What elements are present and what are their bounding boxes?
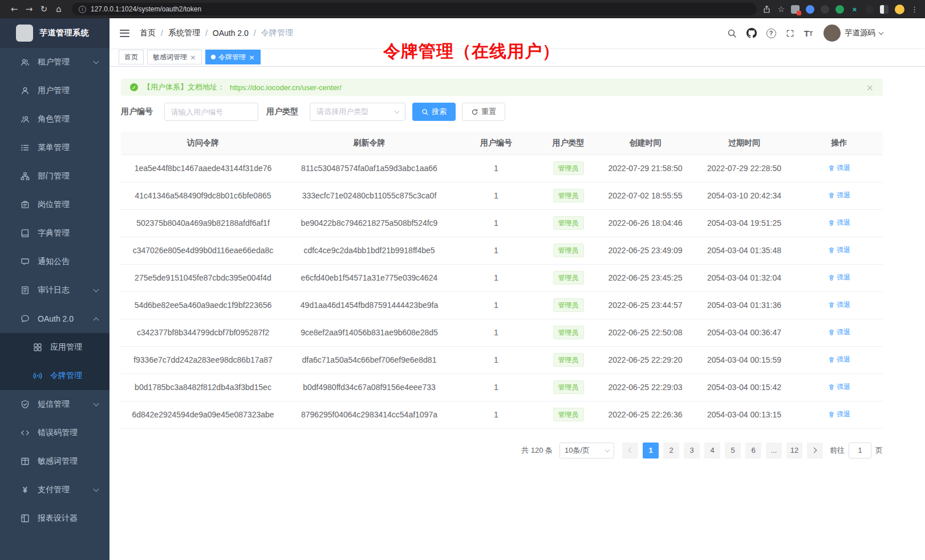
help-icon[interactable]: ? (766, 29, 776, 38)
search-icon[interactable] (727, 29, 737, 38)
force-logout-link[interactable]: 强退 (828, 409, 850, 419)
fullscreen-icon[interactable] (786, 29, 794, 38)
sidebar-item-sms[interactable]: 短信管理 (0, 390, 109, 419)
sidebar-item-report-designer[interactable]: 报表设计器 (0, 504, 109, 533)
extension-icon[interactable]: × (850, 5, 859, 14)
table-row: 1ea5e44f8bc1467aaede43144f31de76811c5304… (121, 155, 883, 182)
force-logout-link[interactable]: 强退 (828, 300, 850, 310)
force-logout-link[interactable]: 强退 (828, 327, 850, 337)
breadcrumb-item-home[interactable]: 首页 (140, 28, 156, 38)
force-logout-link[interactable]: 强退 (828, 218, 850, 228)
sidebar-item-role[interactable]: 角色管理 (0, 105, 109, 133)
app-logo[interactable]: 芋道管理系统 (0, 18, 109, 48)
reader-mode-icon[interactable] (880, 5, 889, 14)
sidebar-item-oauth[interactable]: OAuth 2.0 (0, 305, 109, 333)
search-button[interactable]: 搜索 (412, 103, 456, 121)
sidebar-item-pay[interactable]: ¥支付管理 (0, 476, 109, 504)
tab-token[interactable]: 令牌管理× (205, 50, 261, 64)
page-button-5[interactable]: 5 (725, 443, 741, 458)
col-expire-time: 过期时间 (693, 132, 796, 155)
user-type-badge: 管理员 (553, 244, 584, 257)
prev-page-button[interactable] (622, 443, 638, 458)
force-logout-link[interactable]: 强退 (828, 273, 850, 282)
sidebar-item-auditlog[interactable]: 审计日志 (0, 276, 109, 305)
main-area: 令牌管理（在线用户） 首页 / 系统管理 / OAuth 2.0 / 令牌管理 … (109, 18, 925, 560)
forward-button[interactable]: → (22, 4, 36, 14)
alert-link[interactable]: https://doc.iocoder.cn/user-center/ (230, 83, 342, 92)
sidebar-item-post[interactable]: 岗位管理 (0, 190, 109, 219)
alert-close-icon[interactable]: × (866, 82, 874, 93)
sidebar-item-oauth-app[interactable]: 应用管理 (0, 333, 109, 362)
tab-close-icon[interactable]: × (190, 54, 196, 61)
font-size-icon[interactable]: TT (804, 29, 813, 38)
share-icon[interactable] (762, 5, 771, 14)
extension-icon[interactable] (821, 5, 829, 14)
sidebar-item-tenant[interactable]: 租户管理 (0, 48, 109, 76)
sidebar-item-notice[interactable]: 通知公告 (0, 247, 109, 276)
extension-icon[interactable] (791, 5, 800, 14)
home-button[interactable]: ⌂ (51, 4, 66, 14)
goto-page-input[interactable] (849, 443, 871, 458)
user-type-badge: 管理员 (553, 189, 584, 202)
tab-close-icon[interactable]: × (249, 54, 255, 61)
cell-access-token: 54d6be82ee5a460a9aedc1f9bf223656 (121, 291, 285, 319)
next-page-button[interactable] (807, 443, 823, 458)
reload-button[interactable]: ↻ (36, 4, 51, 14)
url-bar[interactable]: i 127.0.0.1:1024/system/oauth2/token (72, 3, 757, 15)
sidebar-item-errcode[interactable]: 错误码管理 (0, 419, 109, 447)
cell-expire-time: 2054-03-10 20:42:34 (693, 182, 796, 209)
tab-home[interactable]: 首页 (119, 50, 144, 64)
info-icon[interactable]: i (79, 6, 86, 13)
page-size-select[interactable]: 10条/页 (559, 443, 614, 458)
reset-button[interactable]: 重置 (462, 103, 505, 121)
col-user-id: 用户编号 (453, 132, 539, 155)
sidebar-item-sensitive-word[interactable]: 敏感词管理 (0, 447, 109, 476)
sidebar-item-dept[interactable]: 部门管理 (0, 162, 109, 190)
breadcrumb-item-oauth[interactable]: OAuth 2.0 (213, 29, 249, 38)
sidebar-item-dict[interactable]: 字典管理 (0, 219, 109, 247)
force-logout-link[interactable]: 强退 (828, 382, 850, 392)
user-type-select[interactable]: 请选择用户类型 (310, 103, 405, 121)
tab-sensitive-word[interactable]: 敏感词管理× (147, 50, 202, 64)
cell-expire-time: 2054-03-04 00:13:15 (693, 401, 796, 428)
cell-create-time: 2022-07-29 21:58:50 (598, 155, 693, 182)
browser-menu-icon[interactable]: ⋮ (911, 5, 918, 14)
bookmark-star-icon[interactable]: ☆ (777, 5, 785, 14)
cell-user-id: 1 (453, 155, 539, 182)
profile-avatar[interactable] (895, 5, 904, 14)
cell-user-type: 管理员 (539, 209, 598, 237)
page-button-6[interactable]: 6 (745, 443, 761, 458)
github-icon[interactable] (747, 28, 757, 38)
page-button-4[interactable]: 4 (704, 443, 720, 458)
sidebar-item-user[interactable]: 用户管理 (0, 76, 109, 105)
sidebar-item-oauth-token[interactable]: 令牌管理 (0, 362, 109, 390)
cell-expire-time: 2054-03-04 00:15:59 (693, 346, 796, 374)
page-button-3[interactable]: 3 (684, 443, 700, 458)
app-icon (33, 343, 42, 352)
page-button-2[interactable]: 2 (663, 443, 679, 458)
breadcrumb-item-system[interactable]: 系统管理 (168, 28, 200, 38)
cell-user-id: 1 (453, 182, 539, 209)
app-title: 芋道管理系统 (39, 28, 89, 38)
cell-refresh-token: e6cfd40eb1f54571a31e775e039c4624 (285, 264, 453, 291)
extension-icon[interactable] (835, 5, 844, 14)
hamburger-button[interactable] (119, 27, 131, 40)
force-logout-link[interactable]: 强退 (828, 190, 850, 200)
extension-icon[interactable] (865, 5, 874, 14)
cell-user-id: 1 (453, 209, 539, 237)
page-button-1[interactable]: 1 (643, 443, 659, 458)
extension-icon[interactable] (806, 5, 814, 14)
search-form: 用户编号 用户类型 请选择用户类型 搜索 重置 (121, 103, 883, 121)
back-button[interactable]: ← (7, 4, 22, 14)
user-id-input[interactable] (164, 103, 258, 121)
goto-page: 前往 页 (830, 443, 883, 458)
sidebar-item-menu[interactable]: 菜单管理 (0, 133, 109, 162)
force-logout-link[interactable]: 强退 (828, 245, 850, 255)
more-pages-button[interactable]: ... (766, 443, 782, 458)
user-type-badge: 管理员 (553, 380, 584, 394)
user-menu[interactable]: 芋道源码 (823, 25, 883, 42)
force-logout-link[interactable]: 强退 (828, 355, 850, 364)
cell-user-id: 1 (453, 237, 539, 264)
page-button-12[interactable]: 12 (786, 443, 802, 458)
force-logout-link[interactable]: 强退 (828, 163, 850, 173)
